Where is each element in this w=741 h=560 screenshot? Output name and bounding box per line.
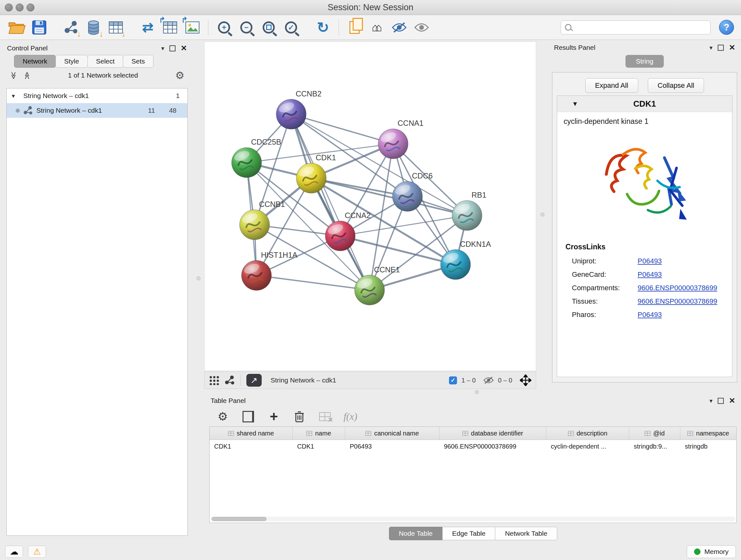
memory-button[interactable]: Memory [687, 545, 736, 558]
tab-network[interactable]: Network [14, 55, 56, 68]
panel-menu-icon[interactable]: ▾ [161, 45, 164, 51]
network-canvas[interactable]: CCNB2CCNA1CDC25BCDK1CDC6RB1CCNB1CCNA2CDK… [204, 42, 536, 371]
network-node-CDKN1A[interactable]: CDKN1A [441, 240, 491, 280]
zoom-fit-button[interactable] [259, 17, 279, 37]
panel-maximize-icon[interactable] [718, 398, 724, 404]
table-options-button[interactable]: ⚙ [216, 409, 230, 424]
gene-card-header[interactable]: ▼ CDK1 [557, 96, 732, 112]
function-builder-button[interactable]: f(x) [343, 409, 357, 424]
panel-maximize-icon[interactable] [718, 45, 724, 51]
navigator-button[interactable]: ↗ [246, 374, 262, 387]
crosslink-uniprot-link[interactable]: P06493 [637, 257, 662, 265]
network-node-CDC25B[interactable]: CDC25B [232, 138, 281, 178]
tab-string[interactable]: String [625, 55, 664, 68]
selected-checkbox-icon[interactable]: ✓ [449, 376, 457, 384]
crosslink-tissues-link[interactable]: 9606.ENSP00000378699 [637, 297, 718, 306]
expand-all-icon[interactable]: ≫ [23, 71, 30, 79]
search-input[interactable] [575, 23, 706, 31]
export-table-button[interactable]: ↱ [160, 17, 180, 37]
tree-expand-icon[interactable]: ▾ [12, 92, 19, 100]
zoom-selected-button[interactable]: ✓ [281, 17, 301, 37]
network-collection-row[interactable]: ▾ String Network – cdk1 1 [7, 88, 187, 103]
table-row[interactable]: CDK1 CDK1 P06493 9606.ENSP00000378699 cy… [210, 440, 736, 453]
tab-node-table[interactable]: Node Table [389, 527, 443, 540]
network-node-CDK1[interactable]: CDK1 [296, 153, 336, 193]
panel-maximize-icon[interactable] [170, 45, 176, 51]
help-button[interactable]: ? [719, 20, 734, 35]
network-node-HIST1H1A[interactable]: HIST1H1A [242, 251, 297, 291]
column-header[interactable]: database identifier [440, 427, 546, 440]
network-node-CCNA1[interactable]: CCNA1 [378, 119, 423, 159]
hide-details-button[interactable] [389, 17, 409, 37]
column-header[interactable]: name [293, 427, 345, 440]
network-row[interactable]: String Network – cdk1 11 48 [7, 103, 187, 118]
tab-network-table[interactable]: Network Table [495, 527, 557, 540]
zoom-out-button[interactable]: − [237, 17, 256, 37]
import-network-button[interactable]: ↓ [61, 17, 81, 37]
first-neighbors-button[interactable]: ⇄ [138, 17, 158, 37]
export-image-button[interactable]: ↱ [183, 17, 202, 37]
window-zoom-button[interactable] [26, 3, 35, 11]
collapse-all-button[interactable]: Collapse All [648, 78, 704, 93]
eye-slash-icon[interactable] [483, 376, 494, 384]
vertical-splitter-handle[interactable] [541, 212, 544, 216]
window-close-button[interactable] [5, 3, 13, 11]
tab-sets[interactable]: Sets [123, 55, 153, 68]
crosslink-compartments-link[interactable]: 9606.ENSP00000378699 [637, 284, 718, 292]
column-header[interactable]: canonical name [345, 427, 440, 440]
crosslink-pharos-link[interactable]: P06493 [637, 311, 662, 319]
column-header[interactable]: @id [629, 427, 680, 440]
vertical-splitter-handle[interactable] [197, 276, 200, 280]
network-share-icon [64, 21, 78, 34]
delete-table-button[interactable] [318, 409, 332, 424]
window-minimize-button[interactable] [16, 3, 23, 11]
tab-edge-table[interactable]: Edge Table [442, 527, 495, 540]
move-crosshair-icon[interactable] [520, 374, 531, 386]
expand-all-button[interactable]: Expand All [585, 78, 638, 93]
collapse-section-icon[interactable]: ▼ [572, 100, 578, 108]
save-session-button[interactable] [29, 17, 49, 37]
crosslink-label: Compartments: [572, 284, 637, 292]
column-header[interactable]: description [546, 427, 629, 440]
panel-close-icon[interactable]: ✕ [181, 44, 187, 52]
column-type-icon [645, 431, 650, 436]
cell-shared-name: CDK1 [210, 443, 293, 450]
network-share-icon[interactable] [225, 375, 234, 385]
crosslink-genecard-link[interactable]: P06493 [637, 270, 662, 279]
add-column-button[interactable]: + [267, 409, 281, 424]
apply-layout-button[interactable]: ↻ [313, 17, 333, 37]
global-search [561, 20, 711, 35]
birdseye-grid-icon[interactable] [209, 375, 219, 385]
horizontal-scrollbar[interactable] [211, 516, 735, 521]
network-node-RB1[interactable]: RB1 [452, 191, 486, 231]
panel-menu-icon[interactable]: ▾ [710, 398, 713, 404]
scrollbar-thumb[interactable] [212, 517, 266, 521]
welcome-screen-button[interactable]: ⌂⌂ [367, 17, 387, 37]
search-icon [565, 24, 571, 30]
tab-style[interactable]: Style [56, 55, 88, 68]
zoom-in-button[interactable]: + [214, 17, 234, 37]
node-count: 11 [148, 107, 155, 114]
panel-close-icon[interactable]: ✕ [729, 44, 735, 51]
clone-network-button[interactable] [345, 17, 364, 37]
network-options-gear-icon[interactable]: ⚙ [175, 70, 185, 80]
show-columns-button[interactable] [241, 409, 255, 424]
import-table-button[interactable]: ↓ [106, 17, 126, 37]
warnings-button[interactable]: ⚠ [28, 546, 46, 558]
import-network-database-button[interactable]: ↓ [84, 17, 104, 37]
tab-select[interactable]: Select [87, 55, 123, 68]
collapse-all-icon[interactable]: ≫ [10, 71, 17, 79]
node-label-CCNA2: CCNA2 [345, 211, 370, 220]
panel-close-icon[interactable]: ✕ [729, 397, 735, 405]
network-node-CCNB1[interactable]: CCNB1 [240, 200, 285, 240]
horizontal-splitter-handle[interactable] [475, 390, 479, 394]
cloud-button[interactable]: ☁ [5, 546, 23, 558]
string-results-box: Expand All Collapse All ▼ CDK1 cyclin-de… [552, 72, 737, 382]
delete-column-button[interactable] [292, 409, 307, 424]
column-header[interactable]: shared name [210, 427, 293, 440]
show-details-button[interactable] [412, 17, 431, 37]
column-header[interactable]: namespace [680, 427, 736, 440]
network-node-CCNB2[interactable]: CCNB2 [276, 89, 322, 129]
open-session-button[interactable] [7, 17, 27, 37]
panel-menu-icon[interactable]: ▾ [710, 45, 713, 51]
